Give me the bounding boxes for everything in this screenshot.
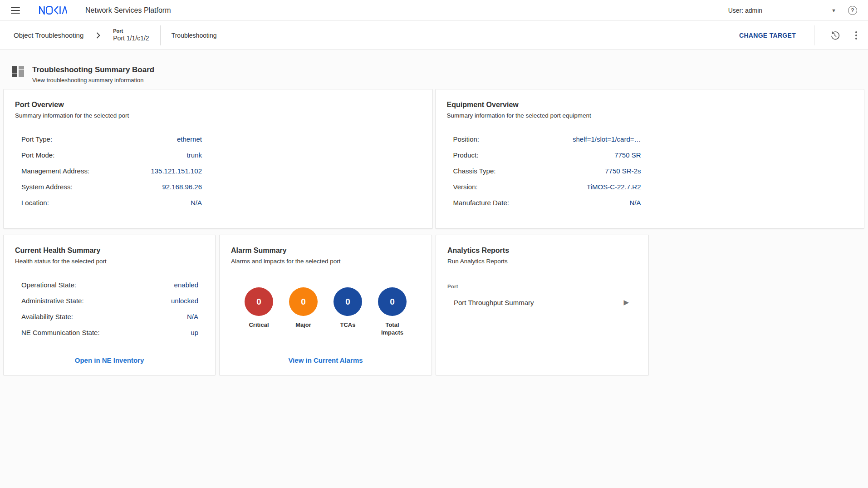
open-in-ne-inventory-link[interactable]: Open in NE Inventory [15,356,204,366]
field-value: TiMOS-C-22.7.R2 [587,183,641,191]
field-label: Availability State: [21,313,73,320]
target-type-label: Port [113,28,149,35]
field-row: Product: 7750 SR [447,147,641,163]
field-row: Location: N/A [15,195,202,211]
report-row-port-throughput-summary[interactable]: Port Throughput Summary ▶ [447,296,637,308]
breadcrumb-bar: Object Troubleshooting Port Port 1/1/c1/… [0,21,868,50]
nokia-logo [39,6,67,15]
critical-counter: 0 Critical [245,287,273,337]
page-title: Troubleshooting Summary Board [32,65,154,74]
content-area: Port Overview Summary information for th… [0,84,868,375]
field-label: Management Address: [21,167,89,175]
user-menu-label[interactable]: User: admin [728,7,762,14]
breadcrumb-chevron-icon [96,32,100,39]
equipment-overview-card: Equipment Overview Summary information f… [435,89,865,229]
target-name-label: Port 1/1/c1/2 [113,35,149,43]
field-row: Chassis Type: 7750 SR-2s [447,163,641,179]
field-label: Product: [453,151,479,159]
counter-label: Critical [241,321,277,329]
field-row: System Address: 92.168.96.26 [15,179,202,195]
hamburger-menu-icon[interactable] [11,7,20,14]
major-count-bubble: 0 [289,287,318,316]
alarm-summary-card: Alarm Summary Alarms and impacts for the… [219,235,432,375]
report-group-label: Port [447,284,637,289]
app-title: Network Services Platform [85,6,171,15]
field-label: System Address: [21,183,73,191]
field-row: Availability State: N/A [15,309,198,325]
card-title: Analytics Reports [447,246,637,255]
field-label: Location: [21,199,49,207]
field-label: Operational State: [21,281,76,289]
field-label: Port Mode: [21,151,54,159]
field-label: Chassis Type: [453,167,496,175]
card-subtitle: Summary information for the selected por… [15,112,421,119]
field-row: Operational State: enabled [15,277,198,293]
field-value: unlocked [171,297,198,305]
field-value: 7750 SR [614,151,641,159]
alarm-counters: 0 Critical 0 Major 0 TCAs 0 Total Impact… [231,287,420,337]
breadcrumb-object-troubleshooting[interactable]: Object Troubleshooting [14,31,83,39]
run-report-icon[interactable]: ▶ [623,298,629,306]
card-title: Alarm Summary [231,246,420,255]
card-subtitle: Alarms and impacts for the selected port [231,258,420,265]
field-value: N/A [187,313,198,320]
app-bar: Network Services Platform User: admin ▼ … [0,0,868,21]
card-title: Equipment Overview [447,101,853,109]
user-menu-caret-icon[interactable]: ▼ [831,8,836,13]
counter-label: Total Impacts [374,321,411,337]
field-value: N/A [191,199,202,207]
report-name: Port Throughput Summary [454,299,534,306]
port-overview-card: Port Overview Summary information for th… [3,89,433,229]
field-value: trunk [187,151,202,159]
card-subtitle: Summary information for the selected por… [447,112,853,119]
field-row: NE Communication State: up [15,325,198,340]
field-row: Administrative State: unlocked [15,293,198,309]
page-header: Troubleshooting Summary Board View troub… [0,50,868,84]
change-target-button[interactable]: CHANGE TARGET [739,32,796,39]
field-label: Administrative State: [21,297,84,305]
field-value: up [191,329,198,336]
field-label: Version: [453,183,478,191]
field-value: enabled [174,281,198,289]
field-label: Port Type: [21,135,52,143]
tcas-counter: 0 TCAs [333,287,362,337]
field-row: Port Mode: trunk [15,147,202,163]
field-row: Port Type: ethernet [15,131,202,147]
total-impacts-count-bubble: 0 [378,287,407,316]
view-in-current-alarms-link[interactable]: View in Current Alarms [231,356,420,366]
counter-label: TCAs [330,321,366,329]
field-row: Version: TiMOS-C-22.7.R2 [447,179,641,195]
breadcrumb-target[interactable]: Port Port 1/1/c1/2 [113,28,149,42]
field-row: Management Address: 135.121.151.102 [15,163,202,179]
field-label: Manufacture Date: [453,199,509,207]
major-counter: 0 Major [289,287,318,337]
field-row: Manufacture Date: N/A [447,195,641,211]
tcas-count-bubble: 0 [333,287,362,316]
card-subtitle: Health status for the selected port [15,258,204,265]
field-label: NE Communication State: [21,329,100,336]
breadcrumb-page-troubleshooting[interactable]: Troubleshooting [172,32,217,39]
field-value: N/A [629,199,641,207]
help-icon[interactable]: ? [848,6,857,15]
field-label: Position: [453,135,480,143]
toolbar-divider [814,25,814,45]
counter-label: Major [285,321,322,329]
dashboard-icon [12,66,24,79]
field-value: 135.121.151.102 [151,167,202,175]
card-subtitle: Run Analytics Reports [447,258,637,265]
critical-count-bubble: 0 [245,287,273,316]
page-subtitle: View troubleshooting summary information [32,77,154,84]
field-value: 7750 SR-2s [605,167,641,175]
breadcrumb-divider [160,25,161,45]
field-row: Position: shelf=1/slot=1/card=… [447,131,641,147]
current-health-summary-card: Current Health Summary Health status for… [3,235,216,375]
card-title: Current Health Summary [15,246,204,255]
analytics-reports-card: Analytics Reports Run Analytics Reports … [436,235,649,375]
field-value: ethernet [177,135,202,143]
field-value: 92.168.96.26 [162,183,202,191]
history-icon[interactable] [827,28,843,43]
card-title: Port Overview [15,101,421,109]
kebab-menu-icon[interactable] [855,31,857,39]
total-impacts-counter: 0 Total Impacts [378,287,407,337]
field-value: shelf=1/slot=1/card=… [573,135,641,143]
